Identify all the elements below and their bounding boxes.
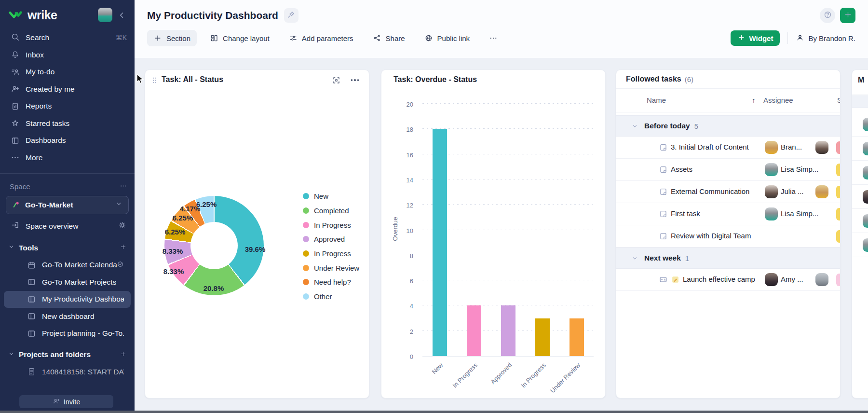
sidebar-item-starred-tasks[interactable]: Starred tasks	[0, 115, 135, 132]
add-parameters-button[interactable]: Add parameters	[283, 30, 360, 46]
slice-value-label: 8.33%	[163, 267, 184, 275]
sidebar-item-created-by-me[interactable]: Created by me	[0, 81, 135, 98]
expand-widget-icon[interactable]	[331, 75, 341, 85]
toolbar-button-label: Change layout	[223, 34, 270, 42]
drag-handle-icon[interactable]	[150, 76, 159, 84]
legend-item-completed: Completed	[303, 204, 359, 218]
sidebar-item-1408418158-start-dat[interactable]: 1408418158: START DAT...	[4, 363, 131, 381]
main-area: My Productivity Dashboard SectionChange …	[135, 0, 868, 413]
space-selector[interactable]: Go-To-Market	[6, 196, 129, 214]
sidebar-item-space-overview[interactable]: Space overview	[0, 217, 135, 235]
plus-icon	[153, 34, 162, 42]
sidebar-item-my-productivity-dashboard[interactable]: My Productivity Dashboard	[4, 291, 131, 308]
task-icon	[659, 232, 668, 241]
drag-icon	[150, 76, 159, 85]
partial-task-row[interactable]	[852, 233, 868, 257]
invite-label: Invite	[64, 398, 81, 406]
task-row-3-initial-draft-of-content[interactable]: 3. Initial Draft of ContentBran...	[616, 137, 840, 159]
gear-icon[interactable]	[118, 220, 127, 232]
sidebar-item-dashboards[interactable]: Dashboards	[0, 132, 135, 150]
tools-section-header[interactable]: Tools	[0, 239, 135, 257]
task-row-assets[interactable]: AssetsLisa Simp...	[616, 159, 840, 181]
add-tool-icon[interactable]	[120, 243, 127, 252]
collapse-sidebar-button[interactable]	[115, 9, 128, 21]
share-icon	[373, 34, 381, 42]
plus-icon	[737, 33, 746, 41]
public-link-button[interactable]: Public link	[418, 30, 476, 46]
task-row-external-communication[interactable]: External CommunicationJulia ...	[616, 181, 840, 203]
pin-dashboard-button[interactable]	[284, 8, 298, 23]
legend-label: Approved	[314, 235, 345, 243]
partial-task-row[interactable]	[852, 209, 868, 233]
section-button[interactable]: Section	[147, 30, 197, 46]
partial-task-row[interactable]	[852, 185, 868, 209]
dots-icon	[120, 182, 127, 190]
legend-label: Other	[314, 292, 332, 301]
sidebar-item-label: Go-To Market Calendar	[42, 261, 117, 269]
sidebar-item-my-to-do[interactable]: My to-do	[0, 64, 135, 81]
space-menu-icon[interactable]	[120, 182, 127, 191]
projects-section-header[interactable]: Projects and folders	[0, 346, 135, 363]
global-add-button[interactable]	[840, 8, 855, 23]
sidebar-item-label: 1408418158: START DAT...	[42, 368, 124, 376]
legend-dot	[303, 193, 309, 199]
assignee-name: Lisa Simp...	[781, 165, 818, 173]
search-input[interactable]: Search ⌘K	[0, 29, 135, 46]
assignee-avatar	[863, 118, 868, 131]
task-row-review-with-digital-team[interactable]: Review with Digital Team	[616, 225, 840, 248]
bar-in-progress	[467, 305, 481, 356]
y-tick-label: 6	[410, 277, 413, 285]
legend-dot	[303, 222, 309, 228]
sidebar-item-go-to-market-calendar[interactable]: Go-To Market Calendar	[4, 257, 131, 274]
widget-followed-tasks: Followed tasks (6) Name ↑ Assignee S Bef…	[616, 69, 841, 399]
partial-widget-header-band	[852, 95, 868, 108]
invite-button[interactable]: Invite	[19, 395, 113, 408]
task-icon	[659, 209, 668, 219]
sidebar-item-go-to-market-projects[interactable]: Go-To Market Projects	[4, 274, 131, 291]
y-tick-label: 14	[407, 177, 413, 184]
gear-icon	[118, 220, 127, 230]
status-chip	[836, 230, 841, 243]
y-tick-label: 20	[407, 101, 413, 108]
widget-title: M	[858, 76, 864, 84]
space-section-label: Space	[10, 182, 30, 191]
slice-value-label: 6.25%	[196, 200, 217, 208]
sidebar-item-project-planning-go-to[interactable]: Project planning - Go-To...	[4, 325, 131, 343]
add-widget-button[interactable]: Widget	[731, 30, 780, 46]
task-row-first-task[interactable]: First taskLisa Simp...	[616, 203, 840, 225]
doc-icon	[27, 367, 36, 376]
chevron-left-icon	[117, 11, 126, 20]
widget-menu-icon[interactable]	[350, 75, 360, 85]
sidebar-item-inbox[interactable]: Inbox	[0, 46, 135, 64]
add-project-icon[interactable]	[120, 350, 127, 359]
sort-ascending-icon[interactable]: ↑	[752, 96, 756, 104]
toolbar-more-button[interactable]	[483, 30, 504, 46]
partial-task-row[interactable]	[852, 161, 868, 185]
sidebar-item-more[interactable]: More	[0, 149, 135, 166]
share-button[interactable]: Share	[366, 30, 411, 46]
sidebar-item-reports[interactable]: Reports	[0, 98, 135, 115]
user-avatar[interactable]	[98, 8, 112, 22]
assignee-name: Amy ...	[781, 275, 803, 283]
legend-label: New	[314, 192, 328, 200]
change-layout-button[interactable]: Change layout	[203, 30, 276, 46]
question-icon	[823, 10, 832, 19]
table-column-header: Name ↑ Assignee S	[616, 89, 840, 112]
task-row-launch-effective-camp[interactable]: Launch effective campAmy ...	[616, 269, 840, 291]
column-status[interactable]: S	[837, 96, 841, 104]
group-header-next-week[interactable]: Next week1	[616, 248, 840, 269]
partial-task-row[interactable]	[852, 112, 868, 137]
help-button[interactable]	[820, 8, 835, 23]
calendar-icon	[27, 261, 36, 270]
horizontal-scrollbar[interactable]	[0, 411, 868, 413]
group-header-before-today[interactable]: Before today5	[616, 115, 840, 137]
expand-icon	[332, 76, 341, 85]
donut-hole	[190, 222, 238, 269]
legend-dot	[303, 265, 309, 271]
sidebar-item-new-dashboard[interactable]: New dashboard	[4, 308, 131, 325]
column-assignee[interactable]: Assignee	[763, 96, 793, 104]
partial-task-row[interactable]	[852, 137, 868, 161]
column-name[interactable]: Name	[647, 96, 666, 104]
group-count: 5	[694, 122, 698, 130]
legend-item-other: Other	[303, 289, 359, 304]
